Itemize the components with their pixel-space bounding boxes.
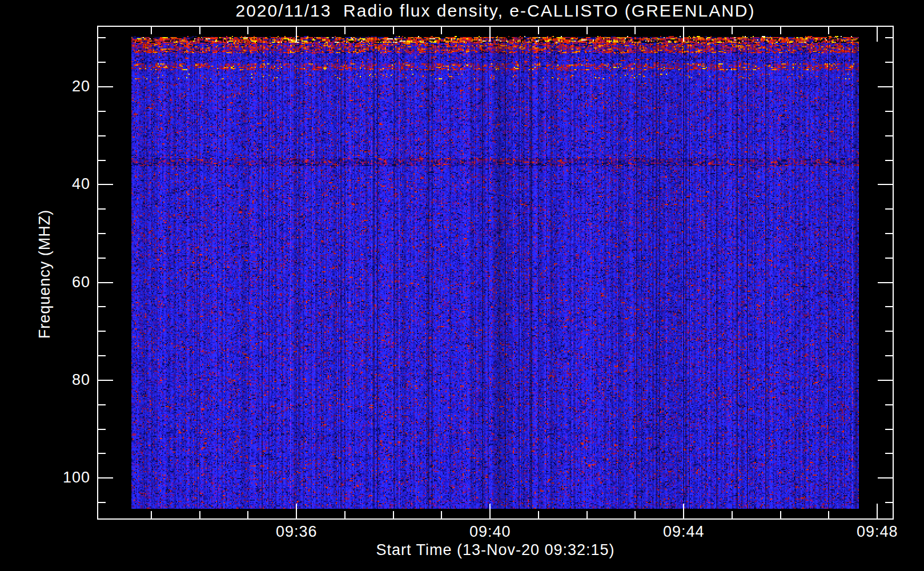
plot-frame: [97, 26, 894, 520]
x-minor-tick: [828, 27, 829, 34]
y-minor-tick: [885, 208, 893, 210]
y-minor-tick: [885, 233, 893, 234]
x-major-tick: [877, 504, 878, 518]
y-tick-label: 100: [50, 469, 90, 486]
chart-title: 2020/11/13 Radio flux density, e-CALLIST…: [97, 1, 894, 21]
y-minor-tick: [885, 355, 893, 356]
x-major-tick: [683, 27, 684, 42]
y-minor-tick: [98, 404, 106, 405]
x-axis-label: Start Time (13-Nov-20 09:32:15): [97, 541, 894, 559]
y-tick-label: 80: [50, 371, 90, 389]
y-minor-tick: [885, 502, 893, 503]
y-tick-label: 40: [50, 175, 90, 193]
y-major-tick: [98, 380, 113, 381]
x-minor-tick: [732, 27, 733, 34]
y-minor-tick: [98, 111, 106, 112]
x-tick-label: 09:40: [450, 523, 530, 541]
y-minor-tick: [98, 208, 106, 210]
y-minor-tick: [98, 37, 106, 38]
y-major-tick: [878, 380, 893, 381]
y-minor-tick: [885, 160, 893, 161]
y-minor-tick: [98, 453, 106, 454]
y-minor-tick: [98, 233, 106, 234]
y-minor-tick: [885, 111, 893, 112]
y-tick-label: 20: [50, 78, 90, 95]
x-minor-tick: [247, 511, 248, 518]
y-major-tick: [878, 86, 893, 87]
x-minor-tick: [634, 511, 636, 518]
y-major-tick: [878, 477, 893, 478]
y-minor-tick: [98, 62, 106, 63]
x-minor-tick: [151, 27, 152, 34]
x-minor-tick: [828, 511, 829, 518]
x-minor-tick: [780, 27, 781, 34]
y-minor-tick: [98, 502, 106, 503]
x-minor-tick: [780, 511, 781, 518]
y-minor-tick: [885, 404, 893, 405]
y-minor-tick: [98, 135, 106, 136]
y-minor-tick: [885, 62, 893, 63]
x-major-tick: [683, 504, 684, 518]
y-minor-tick: [98, 429, 106, 430]
x-minor-tick: [247, 27, 248, 34]
spectrogram-page: 2020/11/13 Radio flux density, e-CALLIST…: [0, 0, 924, 571]
x-minor-tick: [393, 27, 394, 34]
y-minor-tick: [885, 453, 893, 454]
x-minor-tick: [393, 511, 394, 518]
x-minor-tick: [634, 27, 636, 34]
x-minor-tick: [586, 511, 588, 518]
y-major-tick: [98, 184, 113, 185]
x-minor-tick: [344, 27, 346, 34]
y-major-tick: [98, 282, 113, 283]
y-major-tick: [878, 282, 893, 283]
x-minor-tick: [199, 511, 200, 518]
x-major-tick: [296, 27, 297, 42]
y-minor-tick: [98, 355, 106, 356]
y-minor-tick: [885, 306, 893, 307]
y-major-tick: [878, 184, 893, 185]
y-minor-tick: [885, 331, 893, 332]
y-minor-tick: [885, 429, 893, 430]
y-minor-tick: [98, 306, 106, 307]
y-minor-tick: [98, 160, 106, 161]
x-minor-tick: [199, 27, 200, 34]
y-minor-tick: [98, 331, 106, 332]
y-minor-tick: [885, 258, 893, 259]
x-tick-label: 09:48: [837, 523, 917, 541]
x-minor-tick: [344, 511, 346, 518]
x-major-tick: [296, 504, 297, 518]
x-tick-label: 09:44: [644, 523, 724, 541]
x-minor-tick: [538, 27, 539, 34]
x-major-tick: [489, 27, 491, 42]
y-tick-label: 60: [50, 274, 90, 291]
x-minor-tick: [586, 27, 588, 34]
x-tick-label: 09:36: [256, 523, 336, 541]
y-minor-tick: [98, 258, 106, 259]
x-major-tick: [877, 27, 878, 42]
x-minor-tick: [441, 511, 442, 518]
x-minor-tick: [732, 511, 733, 518]
x-major-tick: [489, 504, 491, 518]
x-minor-tick: [538, 511, 539, 518]
y-major-tick: [98, 86, 113, 87]
y-major-tick: [98, 477, 113, 478]
x-minor-tick: [441, 27, 442, 34]
x-minor-tick: [151, 511, 152, 518]
y-minor-tick: [885, 135, 893, 136]
y-minor-tick: [885, 37, 893, 38]
